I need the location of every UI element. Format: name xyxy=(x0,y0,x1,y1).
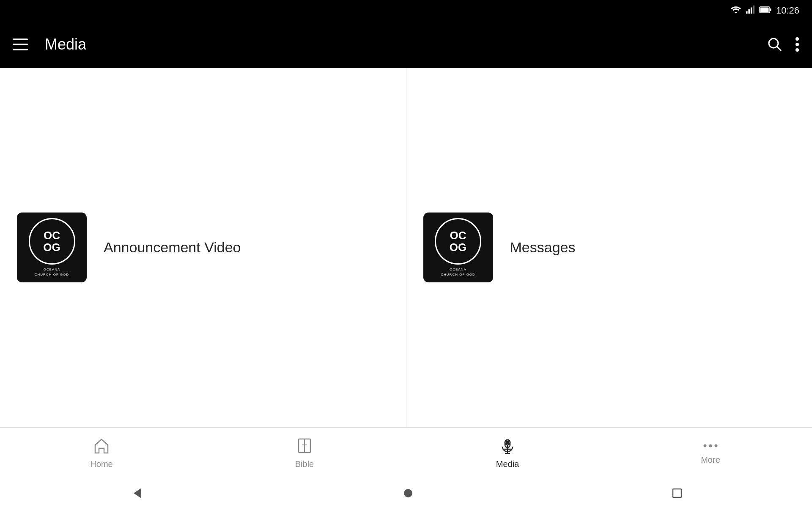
media-icon xyxy=(499,437,516,456)
logo-circle: OC OG xyxy=(29,218,75,265)
more-icon xyxy=(702,442,719,452)
home-button[interactable] xyxy=(403,489,413,498)
page-title: Media xyxy=(45,36,750,53)
nav-item-media[interactable]: Media xyxy=(406,437,609,469)
back-button[interactable] xyxy=(129,486,145,501)
svg-rect-0 xyxy=(746,11,748,14)
overflow-menu-button[interactable] xyxy=(795,37,799,52)
messages-thumbnail: OC OG OCEANACHURCH OF GOD xyxy=(423,213,493,282)
bottom-nav: Home Bible xyxy=(0,428,812,478)
messages-logo-circle: OC OG xyxy=(435,218,481,265)
messages-title: Messages xyxy=(510,239,576,256)
svg-point-26 xyxy=(704,444,707,447)
svg-rect-1 xyxy=(748,9,750,14)
svg-rect-7 xyxy=(13,39,28,40)
home-icon xyxy=(93,437,110,456)
svg-point-27 xyxy=(709,444,712,447)
logo-subtitle: OCEANACHURCH OF GOD xyxy=(35,267,69,276)
messages-logo-subtitle: OCEANACHURCH OF GOD xyxy=(441,267,475,276)
home-label: Home xyxy=(90,459,112,469)
battery-icon xyxy=(759,6,772,15)
app-bar: Media xyxy=(0,21,812,68)
svg-point-12 xyxy=(796,37,799,41)
messages-logo-og: OG xyxy=(450,241,466,254)
hamburger-menu-button[interactable] xyxy=(13,39,28,50)
content-area: OC OG OCEANACHURCH OF GOD Announcement V… xyxy=(0,68,812,428)
status-time: 10:26 xyxy=(776,5,799,16)
app-bar-actions xyxy=(767,37,799,52)
svg-point-14 xyxy=(796,48,799,52)
svg-rect-5 xyxy=(760,8,768,12)
svg-line-11 xyxy=(777,47,782,51)
announcement-video-thumbnail: OC OG OCEANACHURCH OF GOD xyxy=(17,213,87,282)
messages-logo: OC OG OCEANACHURCH OF GOD xyxy=(435,218,481,276)
svg-rect-31 xyxy=(673,489,681,497)
svg-rect-2 xyxy=(751,8,752,14)
logo-letters-oc: OC xyxy=(44,229,60,242)
svg-rect-3 xyxy=(753,6,754,14)
announcement-logo: OC OG OCEANACHURCH OF GOD xyxy=(29,218,75,276)
bible-icon xyxy=(296,437,313,456)
nav-item-more[interactable]: More xyxy=(609,442,812,465)
media-label: Media xyxy=(496,459,519,469)
svg-rect-8 xyxy=(13,44,28,45)
svg-rect-6 xyxy=(770,8,771,11)
svg-rect-9 xyxy=(13,49,28,50)
status-bar: 10:26 xyxy=(0,0,812,21)
recents-button[interactable] xyxy=(672,488,683,499)
more-label: More xyxy=(701,455,720,465)
nav-item-home[interactable]: Home xyxy=(0,437,203,469)
search-button[interactable] xyxy=(767,37,782,52)
svg-point-28 xyxy=(715,444,718,447)
announcement-video-title: Announcement Video xyxy=(104,239,241,256)
svg-point-13 xyxy=(796,43,799,46)
wifi-icon xyxy=(730,6,741,16)
system-nav xyxy=(0,478,812,508)
svg-marker-29 xyxy=(134,488,141,498)
signal-icon xyxy=(746,5,755,16)
logo-letters-og: OG xyxy=(43,241,60,254)
messages-item[interactable]: OC OG OCEANACHURCH OF GOD Messages xyxy=(406,68,812,427)
bible-label: Bible xyxy=(295,459,314,469)
svg-rect-20 xyxy=(506,441,509,444)
nav-item-bible[interactable]: Bible xyxy=(203,437,406,469)
messages-logo-oc: OC xyxy=(450,229,466,242)
svg-point-30 xyxy=(404,489,412,497)
svg-point-10 xyxy=(769,39,778,48)
status-icons: 10:26 xyxy=(730,5,799,16)
announcement-video-item[interactable]: OC OG OCEANACHURCH OF GOD Announcement V… xyxy=(0,68,406,427)
